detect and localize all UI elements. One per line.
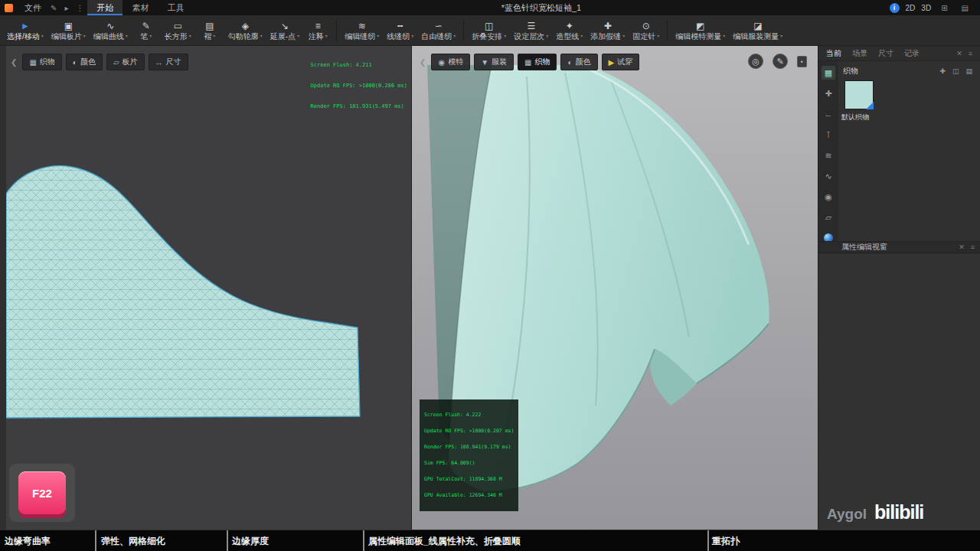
overflow-dots-icon[interactable]: ⋮ xyxy=(72,4,87,12)
pen-icon[interactable]: ✎ xyxy=(47,4,60,12)
arrow-icon[interactable]: ▸ xyxy=(60,4,72,12)
pin-icon[interactable]: ⊺ xyxy=(822,128,835,142)
caret-icon: ▾ xyxy=(325,32,328,41)
annotate-pen-icon[interactable]: ✎ xyxy=(773,54,788,69)
view3d-tab-avatar[interactable]: ◉ 模特 xyxy=(431,54,470,70)
add-icon[interactable]: ✚ xyxy=(822,86,835,100)
caret-icon: ▾ xyxy=(213,32,215,41)
wave-icon[interactable]: ∿ xyxy=(822,169,835,183)
tool-trace-outline[interactable]: ◈ 勾勒轮廓▾ xyxy=(224,15,266,45)
caret-icon: ▾ xyxy=(297,32,299,41)
view2d-tab-color[interactable]: ◐ 颜色 xyxy=(66,54,103,70)
fabric-section-header: 织物 ✚ ◫ ▤ xyxy=(838,65,977,77)
annotation-icon: ≡ xyxy=(315,21,321,32)
tool-annotation[interactable]: ≡ 注释▾ xyxy=(303,15,332,45)
caret-icon: ▾ xyxy=(453,32,456,41)
tool-pleat[interactable]: ▤ 褶▾ xyxy=(195,15,224,45)
sidebar-tab-record[interactable]: 记录 xyxy=(904,48,920,59)
toolbar-separator xyxy=(336,20,337,41)
mode-2d-button[interactable]: 2D xyxy=(906,4,916,12)
fabric-swatch-label: 默认织物 xyxy=(841,112,869,122)
fabric-icon: ▦ xyxy=(524,58,531,67)
watermark: Aygol bilibili xyxy=(827,501,923,523)
fold-arrange-icon: ◫ xyxy=(485,21,493,32)
zigzag-icon[interactable]: ≋ xyxy=(822,148,835,162)
tool-edit-garment-measure[interactable]: ◪ 编辑服装测量▾ xyxy=(729,15,786,45)
ribbon-tab-start[interactable]: 开始 xyxy=(87,0,122,15)
tool-segment-sewing[interactable]: ╍ 线缝纫▾ xyxy=(383,15,417,45)
account-icon[interactable]: i xyxy=(890,3,900,13)
tool-edit-avatar-measure[interactable]: ◩ 编辑模特测量▾ xyxy=(671,15,729,45)
collapse-left-icon[interactable]: ❮ xyxy=(9,58,18,67)
menu-icon[interactable]: ≡ xyxy=(969,50,972,57)
mode-3d-button[interactable]: 3D xyxy=(921,4,931,12)
chapter-label: 边缘厚度 xyxy=(232,535,269,548)
tool-edit-curve[interactable]: ∿ 编辑曲线▾ xyxy=(90,15,132,45)
free-sewing-icon: ∽ xyxy=(435,21,443,32)
chapter-tick xyxy=(707,530,709,551)
collapse-left-icon[interactable]: ❮ xyxy=(418,58,427,67)
view3d-tab-tryon[interactable]: ▶ 试穿 xyxy=(602,54,640,70)
selected-corner-badge xyxy=(866,102,874,109)
close-icon[interactable]: ✕ xyxy=(956,50,962,57)
menu-icon[interactable]: ≡ xyxy=(971,243,975,251)
tool-pin[interactable]: ⊙ 固定针▾ xyxy=(629,15,663,45)
property-editor-header[interactable]: 属性编辑视窗 ✕ ≡ xyxy=(818,241,980,253)
view3d-tab-fabric[interactable]: ▦ 织物 xyxy=(518,54,557,70)
tool-extend-point[interactable]: ↘ 延展-点▾ xyxy=(266,15,303,45)
trim-icon[interactable]: ▱ xyxy=(822,210,835,224)
tool-style-line[interactable]: ✦ 造型线▾ xyxy=(552,15,586,45)
video-chapter-bar[interactable]: 边缘弯曲率 弹性、网格细化 边缘厚度 属性编辑面板_线属性补充、折叠圆顺 重拓扑 xyxy=(0,530,980,551)
caret-icon: ▾ xyxy=(377,32,379,41)
tool-rectangle[interactable]: ▭ 长方形▾ xyxy=(161,15,195,45)
close-icon[interactable]: ✕ xyxy=(959,243,965,251)
tool-free-sewing[interactable]: ∽ 自由缝纫▾ xyxy=(417,15,459,45)
tool-set-layer[interactable]: ☰ 设定层次▾ xyxy=(510,15,552,45)
fabric-icon[interactable]: ▦ xyxy=(822,66,835,80)
chapter-label: 边缘弯曲率 xyxy=(5,535,51,548)
ribbon-tab-tools[interactable]: 工具 xyxy=(158,0,193,15)
fabric-swatch[interactable] xyxy=(844,80,874,109)
chapter-tick xyxy=(363,530,364,551)
chapter-label: 属性编辑面板_线属性补充、折叠圆顺 xyxy=(368,535,521,548)
tool-label: 设定层次 xyxy=(514,32,544,41)
render-mode-icon[interactable]: ◎ xyxy=(748,54,763,69)
view2d-tab-pattern[interactable]: ▱ 板片 xyxy=(106,54,145,70)
tab-label: 模特 xyxy=(448,57,463,67)
view2d-tab-fabric[interactable]: ▦ 织物 xyxy=(22,54,61,70)
add-fabric-icon[interactable]: ✚ xyxy=(939,67,946,75)
ribbon-tab-material[interactable]: 素材 xyxy=(122,0,158,15)
layout-panel-icon[interactable]: ▤ xyxy=(958,4,972,12)
pattern-2d-viewport[interactable]: ❮ ▦ 织物 ◐ 颜色 ▱ 板片 ↔ 尺寸 Screen Flush: 4.21… xyxy=(6,46,411,530)
button-icon[interactable]: ◉ xyxy=(822,190,835,204)
view3d-tab-garment[interactable]: ▼ 服装 xyxy=(474,54,514,70)
tool-add-basting[interactable]: ✚ 添加假缝▾ xyxy=(586,15,629,45)
grid-view-icon[interactable]: ◫ xyxy=(952,67,959,75)
menu-file[interactable]: 文件 xyxy=(19,0,47,15)
viewport-mini-button[interactable]: ▪ xyxy=(797,56,807,67)
tool-select-move[interactable]: ► 选择/移动▾ xyxy=(3,15,47,45)
garment-3d-viewport[interactable]: ❮ ◉ 模特 ▼ 服装 ▦ 织物 ◐ 颜色 ▶ 试穿 ◎ xyxy=(411,46,818,530)
caret-icon: ▾ xyxy=(780,32,782,41)
tool-pen[interactable]: ✎ 笔▾ xyxy=(132,15,161,45)
tool-edit-pattern[interactable]: ▣ 编辑板片▾ xyxy=(47,15,90,45)
color-icon: ◐ xyxy=(73,58,77,67)
caret-icon: ▾ xyxy=(260,32,263,41)
edit-curve-icon: ∿ xyxy=(106,21,114,32)
sidebar-tab-scene[interactable]: 场景 xyxy=(852,48,867,59)
titlebar: 文件 ✎ ▸ ⋮ 开始 素材 工具 *蓝色针织宽松短袖_1 i 2D 3D ⊞ … xyxy=(0,0,980,15)
arrow-left-icon[interactable]: ← xyxy=(822,107,835,121)
grid-icon[interactable]: ⊞ xyxy=(937,4,951,12)
right-sidebar: 当前 场景 尺寸 记录 ✕ ≡ ▦ ✚ ← ⊺ ≋ ∿ ◉ ▱ 织物 ✚ ◫ ▤ xyxy=(818,46,980,530)
caret-icon: ▾ xyxy=(723,32,725,41)
select-cursor-icon: ► xyxy=(21,21,30,32)
view2d-tab-size[interactable]: ↔ 尺寸 xyxy=(149,54,188,70)
tab-label: 试穿 xyxy=(617,57,632,67)
view3d-tab-color[interactable]: ◐ 颜色 xyxy=(560,54,597,70)
sidebar-tab-current[interactable]: 当前 xyxy=(826,48,841,59)
tool-edit-sewing[interactable]: ≋ 编辑缝纫▾ xyxy=(341,15,383,45)
tool-fold-arrange[interactable]: ◫ 折叠安排▾ xyxy=(468,15,510,45)
sidebar-tab-size[interactable]: 尺寸 xyxy=(878,48,893,59)
list-view-icon[interactable]: ▤ xyxy=(965,67,972,75)
toolbar-separator xyxy=(667,20,668,41)
